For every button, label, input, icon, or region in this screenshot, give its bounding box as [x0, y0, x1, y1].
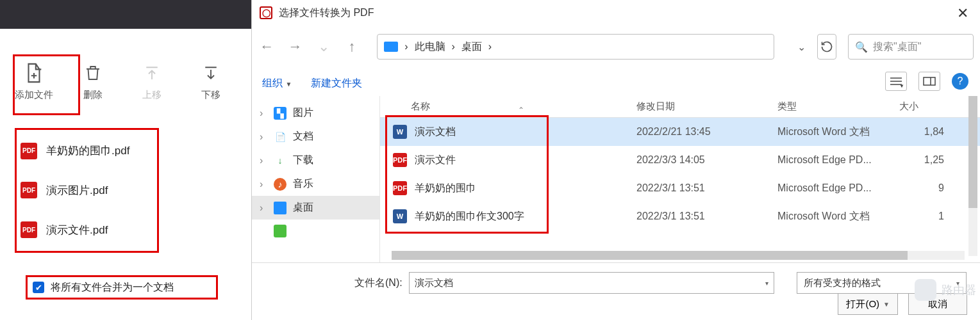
crumb-root[interactable]: 此电脑 [415, 40, 445, 54]
open-button[interactable]: 打开(O)▼ [838, 293, 898, 315]
col-size[interactable]: 大小 [899, 100, 944, 113]
move-up-icon [141, 62, 163, 84]
scrollbar-thumb[interactable] [968, 96, 977, 208]
pdf-app-panel: 添加文件 删除 上移 下移 PDF 羊奶奶的围巾.pdf PDF [0, 0, 251, 320]
list-item-label: 演示文件.pdf [46, 223, 108, 237]
computer-icon [384, 42, 398, 52]
list-item[interactable]: PDF 演示文件.pdf [21, 212, 153, 248]
chevron-right-icon: › [260, 155, 267, 166]
nav-recent-button[interactable]: ⌄ [315, 35, 332, 58]
nav-up-button[interactable]: ↑ [344, 35, 360, 58]
organize-menu[interactable]: 组织 ▼ [262, 77, 292, 90]
chevron-down-icon: ▼ [899, 83, 904, 89]
pdf-icon: PDF [21, 221, 37, 238]
view-mode-button[interactable]: ▼ [885, 72, 907, 91]
vertical-scrollbar[interactable] [968, 96, 977, 256]
crumb-sep: › [488, 41, 492, 52]
filename-label: 文件名(N): [354, 276, 403, 290]
tree-node-downloads[interactable]: ›↓下载 [252, 148, 379, 172]
filename-input[interactable]: 演示文档 ▾ [409, 272, 774, 294]
highlight-add-file [13, 54, 80, 115]
table-row[interactable]: W羊奶奶的围巾作文300字 2022/3/1 13:51 Microsoft W… [380, 202, 980, 230]
word-file-icon: W [393, 209, 407, 223]
list-item[interactable]: PDF 羊奶奶的围巾.pdf [21, 133, 153, 168]
close-button[interactable]: ✕ [957, 5, 968, 22]
chevron-right-icon: › [260, 108, 267, 119]
move-up-label: 上移 [142, 89, 162, 101]
chevron-right-icon: › [260, 131, 267, 143]
word-file-icon: W [393, 125, 407, 139]
sort-indicator-icon: ⌃ [518, 106, 524, 115]
chevron-down-icon[interactable]: ▾ [765, 280, 768, 287]
list-item-label: 演示图片.pdf [46, 183, 108, 198]
table-row[interactable]: PDF演示文件 2022/3/3 14:05 Microsoft Edge PD… [380, 146, 980, 174]
nav-back-button[interactable]: ← [258, 35, 275, 58]
pdf-icon: PDF [21, 143, 37, 159]
split-chevron-icon[interactable]: ▼ [883, 301, 890, 308]
list-item-label: 羊奶奶的围巾.pdf [46, 143, 129, 158]
app-titlebar [0, 0, 251, 29]
tree-node-music[interactable]: ›♪音乐 [252, 172, 379, 196]
crumb-sep: › [404, 41, 408, 52]
help-button[interactable]: ? [952, 73, 968, 90]
move-down-label: 下移 [201, 89, 220, 101]
music-icon: ♪ [274, 178, 287, 191]
app-icon [274, 225, 287, 237]
breadcrumb-dropdown-icon[interactable]: ⌄ [797, 41, 806, 52]
view-options: ▼ ? [885, 72, 968, 91]
merge-label: 将所有文件合并为一个文档 [51, 281, 174, 294]
search-icon: 🔍 [855, 41, 868, 53]
crumb-sep: › [452, 41, 455, 52]
pdf-icon: PDF [21, 182, 37, 198]
scrollbar-thumb[interactable] [392, 251, 908, 260]
move-down-icon [200, 62, 222, 84]
app-logo-icon: ◯ [260, 6, 272, 19]
pdf-file-icon: PDF [393, 181, 407, 195]
tree-node-desktop[interactable]: ›桌面 [252, 196, 379, 220]
preview-pane-button[interactable] [918, 72, 940, 91]
chevron-right-icon: › [260, 202, 267, 214]
watermark: 路由器 [915, 279, 976, 301]
table-row[interactable]: PDF羊奶奶的围巾 2022/3/1 13:51 Microsoft Edge … [380, 174, 980, 202]
downloads-icon: ↓ [274, 154, 287, 167]
file-list: PDF 羊奶奶的围巾.pdf PDF 演示图片.pdf PDF 演示文件.pdf [15, 128, 159, 253]
pdf-file-icon: PDF [393, 153, 407, 167]
delete-label: 删除 [83, 89, 103, 101]
trash-icon [82, 62, 104, 84]
svg-rect-3 [924, 77, 935, 85]
nav-forward-button[interactable]: → [287, 35, 303, 58]
table-header: 名称⌃ 修改日期 类型 大小 [380, 96, 980, 118]
tree-node-documents[interactable]: ›📄文档 [252, 125, 379, 148]
file-open-dialog: ◯ 选择文件转换为 PDF ✕ ← → ⌄ ↑ › 此电脑 › 桌面 › ⌄ 🔍… [251, 0, 980, 320]
list-item[interactable]: PDF 演示图片.pdf [21, 173, 153, 208]
horizontal-scrollbar[interactable] [392, 251, 965, 260]
checkbox-checked-icon[interactable]: ✔ [33, 282, 44, 293]
dialog-body: ›▚图片 ›📄文档 ›↓下载 ›♪音乐 ›桌面 名称⌃ 修改日期 类型 大小 W… [252, 96, 980, 262]
refresh-button[interactable] [817, 34, 836, 60]
table-row[interactable]: W演示文档 2022/2/21 13:45 Microsoft Word 文档 … [380, 118, 980, 146]
file-table: 名称⌃ 修改日期 类型 大小 W演示文档 2022/2/21 13:45 Mic… [380, 96, 980, 262]
tree-node-pictures[interactable]: ›▚图片 [252, 101, 379, 125]
col-type[interactable]: 类型 [777, 100, 899, 113]
dialog-footer: 文件名(N): 演示文档 ▾ 所有受支持的格式 ▾ 打开(O)▼ 取消 [252, 262, 980, 320]
crumb-leaf[interactable]: 桌面 [461, 40, 482, 54]
tree-node-extra[interactable] [252, 220, 379, 243]
folder-tree: ›▚图片 ›📄文档 ›↓下载 ›♪音乐 ›桌面 [252, 96, 380, 262]
move-down-button[interactable]: 下移 [185, 56, 237, 107]
col-date[interactable]: 修改日期 [636, 100, 777, 113]
merge-all-checkbox-row[interactable]: ✔ 将所有文件合并为一个文档 [26, 275, 218, 300]
breadcrumb[interactable]: › 此电脑 › 桌面 › [377, 34, 774, 60]
documents-icon: 📄 [274, 131, 287, 143]
move-up-button[interactable]: 上移 [126, 56, 178, 107]
nav-row: ← → ⌄ ↑ › 此电脑 › 桌面 › ⌄ 🔍 搜索"桌面" [252, 31, 980, 63]
dialog-title: 选择文件转换为 PDF [279, 6, 374, 20]
organize-row: 组织 ▼ 新建文件夹 [262, 72, 362, 95]
pictures-icon: ▚ [274, 107, 287, 120]
new-folder-button[interactable]: 新建文件夹 [311, 77, 362, 90]
search-placeholder: 搜索"桌面" [873, 40, 921, 54]
search-input[interactable]: 🔍 搜索"桌面" [848, 34, 974, 60]
col-name[interactable]: 名称⌃ [380, 100, 636, 113]
desktop-icon [274, 202, 287, 214]
watermark-icon [915, 279, 936, 301]
chevron-right-icon: › [260, 179, 267, 190]
